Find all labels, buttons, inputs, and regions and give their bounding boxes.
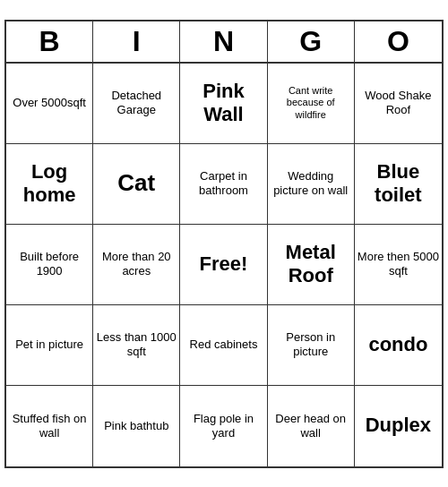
bingo-cell-2: Detached Garage [93,64,180,144]
bingo-cell-13: Free! [180,225,267,305]
bingo-cell-3: Pink Wall [180,64,267,144]
bingo-cell-21: Stuffed fish on wall [6,386,93,466]
bingo-cell-4: Cant write because of wildfire [268,64,355,144]
bingo-cell-25: Duplex [355,386,442,466]
header-letter-o: O [355,21,442,62]
bingo-cell-6: Log home [6,144,93,225]
bingo-cell-24: Deer head on wall [268,386,355,466]
bingo-cell-8: Carpet in bathroom [180,144,267,225]
bingo-cell-10: Blue toilet [355,144,442,225]
bingo-cell-16: Pet in picture [6,305,93,386]
bingo-cell-22: Pink bathtub [93,386,180,466]
bingo-cell-7: Cat [93,144,180,225]
bingo-cell-20: condo [355,305,442,386]
bingo-cell-15: More then 5000 sqft [355,225,442,305]
bingo-cell-11: Built before 1900 [6,225,93,305]
bingo-cell-9: Wedding picture on wall [268,144,355,225]
bingo-header: BINGO [6,21,442,64]
bingo-cell-17: Less than 1000 sqft [93,305,180,386]
header-letter-g: G [268,21,355,62]
header-letter-i: I [93,21,180,62]
header-letter-b: B [6,21,93,62]
header-letter-n: N [180,21,267,62]
bingo-cell-1: Over 5000sqft [6,64,93,144]
bingo-cell-18: Red cabinets [180,305,267,386]
bingo-cell-19: Person in picture [268,305,355,386]
bingo-grid: Over 5000sqftDetached GaragePink WallCan… [6,64,442,466]
bingo-cell-5: Wood Shake Roof [355,64,442,144]
bingo-card: BINGO Over 5000sqftDetached GaragePink W… [4,20,444,468]
bingo-cell-23: Flag pole in yard [180,386,267,466]
bingo-cell-14: Metal Roof [268,225,355,305]
bingo-cell-12: More than 20 acres [93,225,180,305]
